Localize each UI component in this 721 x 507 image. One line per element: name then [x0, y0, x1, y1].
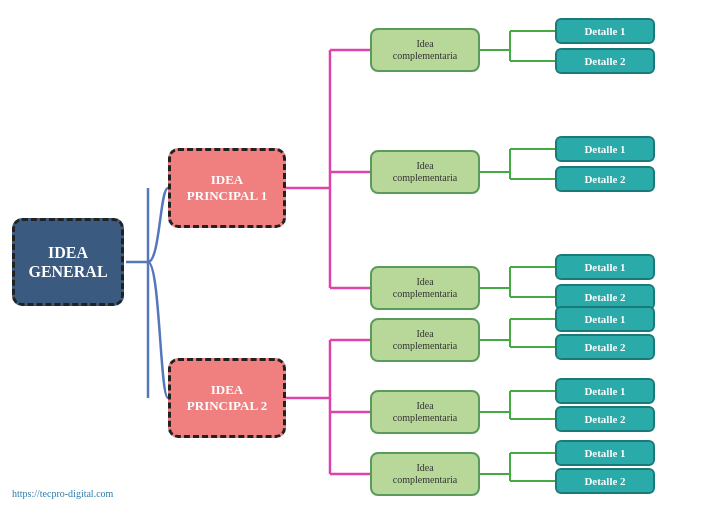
idea-principal-2-box: IDEAPRINCIPAL 2 [168, 358, 286, 438]
detalle-9-label: Detalle 1 [584, 385, 625, 397]
detalle-5-label: Detalle 1 [584, 261, 625, 273]
detalle-12-label: Detalle 2 [584, 475, 625, 487]
idea-principal-1-box: IDEAPRINCIPAL 1 [168, 148, 286, 228]
detalle-4-label: Detalle 2 [584, 173, 625, 185]
idea-comp-1: Ideacomplementaria [370, 28, 480, 72]
footer-link[interactable]: https://tecpro-digital.com [12, 488, 113, 499]
detalle-12: Detalle 2 [555, 468, 655, 494]
detalle-8: Detalle 2 [555, 334, 655, 360]
detalle-11-label: Detalle 1 [584, 447, 625, 459]
idea-comp-5: Ideacomplementaria [370, 390, 480, 434]
detalle-1-label: Detalle 1 [584, 25, 625, 37]
idea-comp-2: Ideacomplementaria [370, 150, 480, 194]
idea-general-label: IDEA GENERAL [15, 243, 121, 281]
detalle-3: Detalle 1 [555, 136, 655, 162]
detalle-8-label: Detalle 2 [584, 341, 625, 353]
idea-general-box: IDEA GENERAL [12, 218, 124, 306]
detalle-3-label: Detalle 1 [584, 143, 625, 155]
detalle-10: Detalle 2 [555, 406, 655, 432]
detalle-9: Detalle 1 [555, 378, 655, 404]
detalle-7: Detalle 1 [555, 306, 655, 332]
idea-comp-6-label: Ideacomplementaria [393, 462, 457, 486]
idea-comp-5-label: Ideacomplementaria [393, 400, 457, 424]
detalle-1: Detalle 1 [555, 18, 655, 44]
idea-comp-3-label: Ideacomplementaria [393, 276, 457, 300]
idea-comp-4-label: Ideacomplementaria [393, 328, 457, 352]
detalle-2: Detalle 2 [555, 48, 655, 74]
idea-principal-1-label: IDEAPRINCIPAL 1 [187, 172, 267, 203]
detalle-10-label: Detalle 2 [584, 413, 625, 425]
detalle-5: Detalle 1 [555, 254, 655, 280]
idea-comp-3: Ideacomplementaria [370, 266, 480, 310]
idea-comp-4: Ideacomplementaria [370, 318, 480, 362]
idea-comp-2-label: Ideacomplementaria [393, 160, 457, 184]
detalle-4: Detalle 2 [555, 166, 655, 192]
detalle-6-label: Detalle 2 [584, 291, 625, 303]
detalle-11: Detalle 1 [555, 440, 655, 466]
detalle-2-label: Detalle 2 [584, 55, 625, 67]
idea-principal-2-label: IDEAPRINCIPAL 2 [187, 382, 267, 413]
idea-comp-6: Ideacomplementaria [370, 452, 480, 496]
diagram: IDEA GENERAL IDEAPRINCIPAL 1 IDEAPRINCIP… [0, 0, 721, 507]
detalle-7-label: Detalle 1 [584, 313, 625, 325]
idea-comp-1-label: Ideacomplementaria [393, 38, 457, 62]
